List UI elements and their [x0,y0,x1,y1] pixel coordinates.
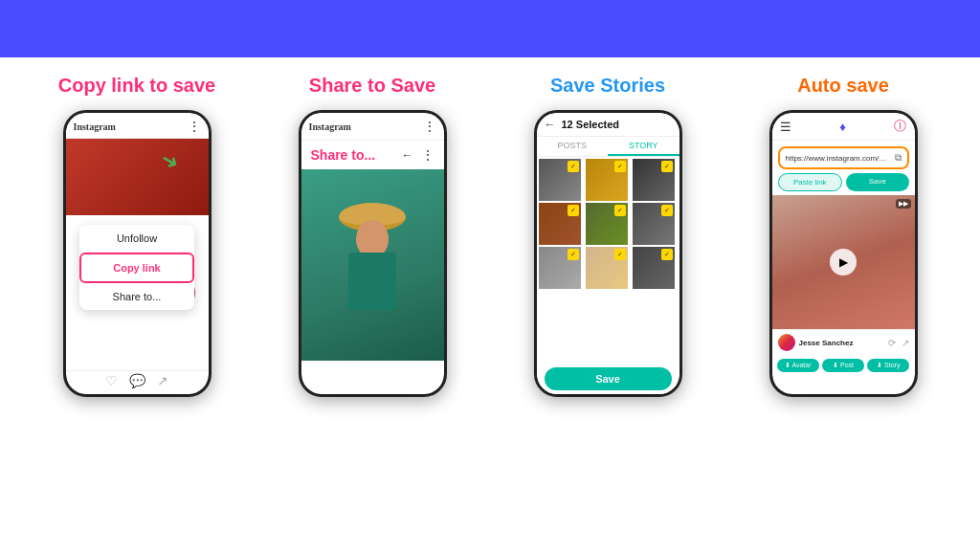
grid-cell-3[interactable]: ✓ [633,159,675,201]
check-5: ✓ [614,205,626,216]
auto-save-button[interactable]: Save [846,173,909,191]
section-share-save: Share to Save Instagram ⋮ Share to... ← … [267,75,478,397]
share-icon-2: ↗ [902,338,909,348]
photo-grid: ✓ ✓ ✓ ✓ ✓ ✓ ✓ ✓ ✓ [537,157,679,291]
back-arrow-2[interactable]: ← [545,118,556,131]
phone1-header: Instagram ⋮ [66,113,209,139]
copy-icon[interactable]: ⧉ [895,152,902,164]
grid-cell-9[interactable]: ✓ [633,247,675,289]
phone-screen-3: ← 12 Selected POSTS STORY ✓ ✓ ✓ ✓ ✓ ✓ ✓ … [537,113,679,394]
section-auto-save: Auto save ☰ ♦ Ⓘ https://www.instagram.co… [738,75,948,397]
action-buttons-row: ⬇ Avatar ⬇ Post ⬇ Story [772,355,915,376]
section-title-copy-link: Copy link to save [58,75,216,97]
share-to-bar: Share to... ← ⋮ [301,141,444,169]
back-arrow-icon[interactable]: ← [402,148,413,162]
check-2: ✓ [614,161,626,172]
diamond-icon: ♦ [839,120,846,134]
section-save-stories: Save Stories ← 12 Selected POSTS STORY ✓… [502,75,713,397]
menu-item-unfollow[interactable]: Unfollow [79,225,194,253]
phone-screen-1: Instagram ⋮ Unfollow Copy link Share to.… [66,113,209,394]
section-copy-link: Copy link to save Instagram ⋮ Unfollow C… [32,75,242,397]
dots-icon-1[interactable]: ⋮ [188,119,201,134]
comment-icon: 💬 [129,373,145,388]
user-avatar [778,334,795,351]
video-label: ▶▶ [896,199,911,209]
paste-link-button[interactable]: Paste link [778,173,843,191]
check-6: ✓ [661,205,673,216]
post-btn[interactable]: ⬇ Post [822,359,864,372]
grid-cell-7[interactable]: ✓ [539,247,581,289]
instagram-circle-icon: Ⓘ [894,118,906,135]
play-button[interactable]: ▶ [830,249,857,276]
grid-cell-1[interactable]: ✓ [539,159,581,201]
selected-count: 12 Selected [562,119,620,130]
check-9: ✓ [661,249,673,260]
section-title-share-save: Share to Save [309,75,435,97]
grid-cell-5[interactable]: ✓ [586,203,628,245]
grid-cell-8[interactable]: ✓ [586,247,628,289]
check-7: ✓ [568,249,579,260]
phone2-image-area [301,169,444,361]
dots-icon-3[interactable]: ⋮ [421,147,434,163]
story-btn[interactable]: ⬇ Story [867,359,909,372]
main-content: Copy link to save Instagram ⋮ Unfollow C… [0,57,980,407]
tab-posts[interactable]: POSTS [537,137,609,156]
dots-icon-2[interactable]: ⋮ [423,119,436,134]
phone-save-stories: ← 12 Selected POSTS STORY ✓ ✓ ✓ ✓ ✓ ✓ ✓ … [534,110,682,397]
share-icon: ↗ [157,373,168,388]
phone3-header: ← 12 Selected [537,113,679,137]
hamburger-icon[interactable]: ☰ [780,120,791,134]
grid-cell-4[interactable]: ✓ [539,203,581,245]
check-8: ✓ [614,249,626,260]
url-bar[interactable]: https://www.instagram.com/p/B3pIJUU... ⧉ [778,146,909,169]
tabs-row: POSTS STORY [537,137,679,157]
menu-item-copy-link[interactable]: Copy link [79,253,194,283]
phone-screen-2: Instagram ⋮ Share to... ← ⋮ [301,113,444,394]
phone4-video-area: ▶ ▶▶ [772,195,915,329]
check-1: ✓ [568,161,579,172]
phone-copy-link: Instagram ⋮ Unfollow Copy link Share to.… [63,110,212,397]
phone-screen-4: ☰ ♦ Ⓘ https://www.instagram.com/p/B3pIJU… [772,113,915,394]
phone-share-save: Instagram ⋮ Share to... ← ⋮ [299,110,447,397]
avatar-btn[interactable]: ⬇ Avatar [777,359,819,372]
context-menu: Unfollow Copy link Share to... [79,225,194,310]
phone2-header: Instagram ⋮ [301,113,444,141]
phone4-header: ☰ ♦ Ⓘ [772,113,915,141]
instagram-logo-2: Instagram [309,121,351,132]
check-4: ✓ [568,205,579,216]
section-title-auto-save: Auto save [797,75,889,97]
instagram-logo-1: Instagram [74,121,116,132]
grid-cell-2[interactable]: ✓ [586,159,628,201]
phone1-image [66,139,209,215]
phone-auto-save: ☰ ♦ Ⓘ https://www.instagram.com/p/B3pIJU… [769,110,918,397]
top-bar [0,0,980,57]
check-3: ✓ [661,161,673,172]
repost-icon: ⟳ [888,338,896,348]
menu-item-share-to[interactable]: Share to... [79,283,194,310]
save-stories-button[interactable]: Save [545,367,672,390]
section-title-save-stories: Save Stories [550,75,665,97]
share-to-text: Share to... [311,147,376,163]
tab-story[interactable]: STORY [608,137,679,156]
url-text: https://www.instagram.com/p/B3pIJUU... [786,154,891,163]
user-name: Jesse Sanchez [799,339,884,347]
grid-cell-6[interactable]: ✓ [633,203,675,245]
user-bar: Jesse Sanchez ⟳ ↗ [772,329,915,355]
paste-save-row: Paste link Save [778,173,909,191]
heart-icon: ♡ [105,373,118,388]
